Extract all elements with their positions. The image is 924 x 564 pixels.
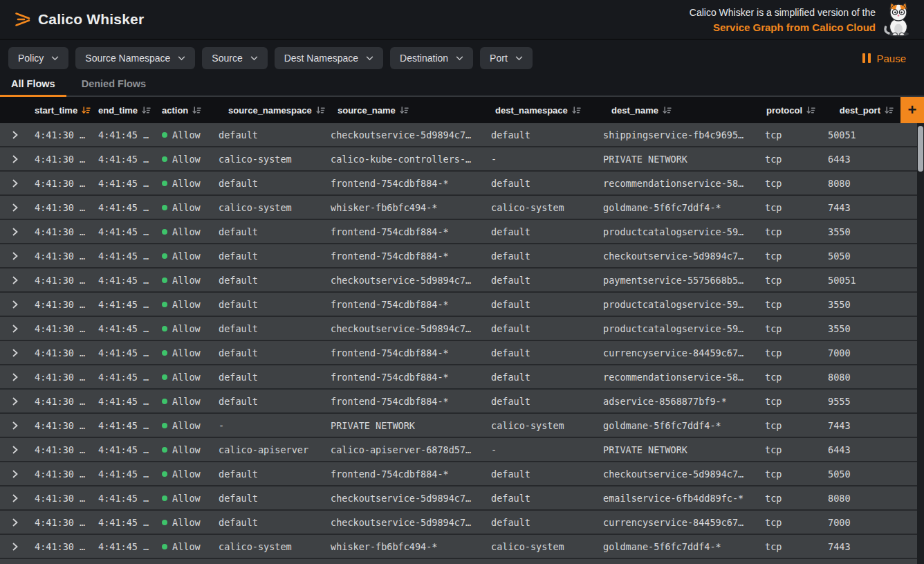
sort-icon	[663, 106, 672, 115]
table-row[interactable]: 4:41:30 … 4:41:45 … Allow default checko…	[0, 511, 924, 535]
chevron-down-icon	[51, 56, 59, 61]
table-row[interactable]: 4:41:30 … 4:41:45 … Allow default fronte…	[0, 341, 924, 365]
column-label: source_name	[338, 105, 396, 116]
cell-dest-port: 50051	[822, 275, 900, 286]
cell-source-namespace: default	[214, 178, 326, 189]
table-row[interactable]: 4:41:30 … 4:41:45 … Allow default fronte…	[0, 172, 924, 196]
flow-tabs: All Flows Denied Flows	[0, 75, 924, 97]
tab-denied-flows[interactable]: Denied Flows	[82, 78, 146, 95]
column-header-protocol[interactable]: protocol	[757, 105, 822, 116]
cell-source-name: frontend-754cdbf884-*	[326, 396, 487, 407]
column-header-end-time[interactable]: end_time	[94, 105, 158, 116]
row-expand-toggle[interactable]	[0, 365, 30, 388]
column-header-start-time[interactable]: start_time	[30, 105, 94, 116]
tab-all-flows[interactable]: All Flows	[11, 78, 55, 95]
cell-action: Allow	[158, 493, 214, 504]
cell-protocol: tcp	[757, 299, 822, 310]
row-expand-toggle[interactable]	[0, 438, 30, 461]
cell-dest-port: 8080	[822, 372, 900, 383]
chevron-right-icon	[12, 179, 18, 188]
row-expand-toggle[interactable]	[0, 147, 30, 170]
cell-protocol: tcp	[757, 493, 822, 504]
column-header-source-name[interactable]: source_name	[326, 105, 487, 116]
cell-start-time: 4:41:30 …	[30, 202, 94, 213]
allow-status-dot	[162, 399, 167, 404]
filter-source[interactable]: Source	[202, 47, 267, 69]
column-header-action[interactable]: action	[158, 105, 214, 116]
chevron-down-icon	[515, 56, 523, 61]
table-row[interactable]: 4:41:30 … 4:41:45 … Allow default checko…	[0, 123, 924, 147]
table-row[interactable]: 4:41:30 … 4:41:45 … Allow calico-system …	[0, 535, 924, 559]
cell-start-time: 4:41:30 …	[30, 178, 94, 189]
action-label: Allow	[172, 275, 201, 286]
service-graph-link[interactable]: Service Graph from Calico Cloud	[690, 20, 876, 35]
table-row[interactable]: 4:41:30 … 4:41:45 … Allow calico-system …	[0, 196, 924, 220]
row-expand-toggle[interactable]	[0, 511, 30, 534]
column-header-dest-name[interactable]: dest_name	[599, 105, 757, 116]
row-expand-toggle[interactable]	[0, 341, 30, 364]
cell-start-time: 4:41:30 …	[30, 396, 94, 407]
row-expand-toggle[interactable]	[0, 220, 30, 243]
cell-dest-namespace: calico-system	[487, 420, 599, 431]
row-expand-toggle[interactable]	[0, 293, 30, 316]
row-expand-toggle[interactable]	[0, 414, 30, 437]
action-label: Allow	[172, 226, 201, 237]
table-row[interactable]: 4:41:30 … 4:41:45 … Allow - PRIVATE NETW…	[0, 414, 924, 438]
cell-source-name: calico-apiserver-6878d57…	[326, 444, 487, 455]
cell-source-namespace: default	[214, 299, 326, 310]
partial-row	[0, 559, 924, 564]
action-label: Allow	[172, 178, 201, 189]
add-column-button[interactable]: +	[900, 97, 924, 123]
filter-source-namespace[interactable]: Source Namespace	[75, 47, 195, 69]
chevron-right-icon	[12, 131, 18, 139]
column-header-dest-port[interactable]: dest_port	[822, 105, 900, 116]
cell-dest-port: 6443	[822, 444, 900, 455]
filter-port[interactable]: Port	[480, 47, 533, 69]
row-expand-toggle[interactable]	[0, 196, 30, 219]
table-row[interactable]: 4:41:30 … 4:41:45 … Allow calico-apiserv…	[0, 438, 924, 462]
chevron-right-icon	[12, 276, 18, 284]
row-expand-toggle[interactable]	[0, 123, 30, 146]
row-expand-toggle[interactable]	[0, 535, 30, 558]
cell-protocol: tcp	[757, 396, 822, 407]
row-expand-toggle[interactable]	[0, 317, 30, 340]
row-expand-toggle[interactable]	[0, 244, 30, 267]
table-row[interactable]: 4:41:30 … 4:41:45 … Allow default checko…	[0, 486, 924, 511]
table-row[interactable]: 4:41:30 … 4:41:45 … Allow default fronte…	[0, 220, 924, 244]
column-label: dest_name	[611, 105, 658, 116]
vertical-scrollbar[interactable]	[917, 123, 924, 564]
pause-button[interactable]: Pause	[858, 52, 916, 65]
cell-end-time: 4:41:45 …	[94, 347, 158, 358]
cell-dest-namespace: default	[487, 396, 599, 407]
filter-dest-namespace[interactable]: Dest Namespace	[275, 47, 383, 69]
table-row[interactable]: 4:41:30 … 4:41:45 … Allow default fronte…	[0, 244, 924, 269]
column-header-source-namespace[interactable]: source_namespace	[214, 105, 326, 116]
cell-dest-name: checkoutservice-5d9894c7…	[599, 251, 757, 262]
table-row[interactable]: 4:41:30 … 4:41:45 … Allow calico-system …	[0, 147, 924, 172]
cell-protocol: tcp	[757, 517, 822, 528]
table-row[interactable]: 4:41:30 … 4:41:45 … Allow default checko…	[0, 269, 924, 293]
row-expand-toggle[interactable]	[0, 390, 30, 412]
column-header-dest-namespace[interactable]: dest_namespace	[487, 105, 599, 116]
row-expand-toggle[interactable]	[0, 269, 30, 291]
cell-source-namespace: default	[214, 251, 326, 262]
scrollbar-thumb[interactable]	[918, 126, 923, 172]
cell-start-time: 4:41:30 …	[30, 226, 94, 237]
cell-start-time: 4:41:30 …	[30, 251, 94, 262]
cell-dest-port: 7443	[822, 541, 900, 552]
column-label: dest_namespace	[495, 105, 568, 116]
cell-source-namespace: default	[214, 469, 326, 480]
row-expand-toggle[interactable]	[0, 462, 30, 485]
row-expand-toggle[interactable]	[0, 172, 30, 194]
chevron-right-icon	[12, 300, 18, 309]
cell-protocol: tcp	[757, 275, 822, 286]
table-row[interactable]: 4:41:30 … 4:41:45 … Allow default checko…	[0, 317, 924, 341]
table-row[interactable]: 4:41:30 … 4:41:45 … Allow default fronte…	[0, 293, 924, 317]
table-row[interactable]: 4:41:30 … 4:41:45 … Allow default fronte…	[0, 390, 924, 414]
allow-status-dot	[162, 520, 167, 525]
table-row[interactable]: 4:41:30 … 4:41:45 … Allow default fronte…	[0, 462, 924, 486]
filter-policy[interactable]: Policy	[8, 47, 68, 69]
row-expand-toggle[interactable]	[0, 486, 30, 509]
table-row[interactable]: 4:41:30 … 4:41:45 … Allow default fronte…	[0, 365, 924, 390]
filter-destination[interactable]: Destination	[390, 47, 473, 69]
